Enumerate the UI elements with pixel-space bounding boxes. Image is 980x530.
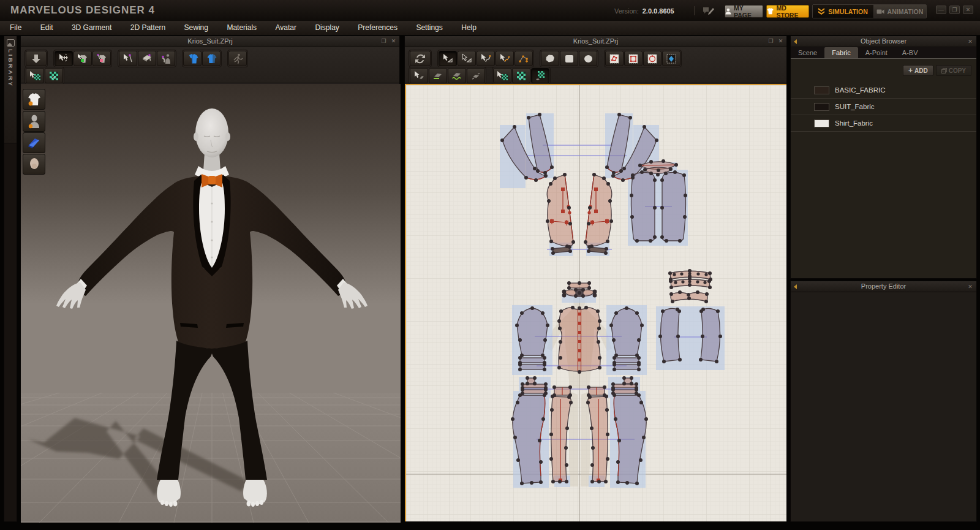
menu-bar: File Edit 3D Garment 2D Pattern Sewing M… bbox=[0, 21, 980, 36]
select-garment-solid-icon[interactable] bbox=[74, 51, 92, 66]
window-controls: — ❐ ✕ bbox=[936, 6, 973, 14]
panel-float-icon[interactable]: ❐ bbox=[380, 38, 387, 45]
select-texture-icon[interactable] bbox=[493, 68, 511, 83]
fabric-row[interactable]: SUIT_Fabric bbox=[791, 99, 976, 115]
menu-sewing[interactable]: Sewing bbox=[176, 21, 216, 35]
fabric-list: BASIC_FABRIC SUIT_Fabric Shirt_Fabric bbox=[791, 82, 976, 132]
garment-halffit-icon[interactable] bbox=[202, 51, 221, 66]
md-store-button[interactable]: MD STORE bbox=[766, 5, 809, 18]
simulation-label: SIMULATION bbox=[828, 8, 868, 15]
panel-close-icon[interactable]: ✕ bbox=[967, 39, 973, 45]
property-editor-body bbox=[791, 292, 976, 521]
fabric-row[interactable]: BASIC_FABRIC bbox=[791, 82, 976, 99]
fabric-swatch bbox=[814, 103, 829, 111]
object-browser-panel: Object Browser ✕ Scene Fabric A-Point A-… bbox=[790, 36, 977, 279]
edit-curve-point-icon[interactable] bbox=[496, 51, 514, 66]
menu-help[interactable]: Help bbox=[453, 21, 484, 35]
rectangle-icon[interactable] bbox=[560, 51, 578, 66]
mode-toggle: SIMULATION ANIMATION bbox=[812, 4, 927, 18]
pattern-texture-icon[interactable]: PF bbox=[512, 68, 530, 83]
viewport-3d-title: Krios_Suit.ZPrj bbox=[187, 37, 232, 45]
internal-polygon-icon[interactable] bbox=[605, 51, 624, 66]
my-page-button[interactable]: MY PAGE bbox=[725, 5, 763, 18]
internal-circle-icon[interactable] bbox=[643, 51, 662, 66]
viewport-2d-title: Krios_Suit.ZPrj bbox=[573, 37, 618, 45]
add-button[interactable]: +ADD bbox=[903, 65, 933, 76]
tab-a-point[interactable]: A-Point bbox=[858, 47, 895, 58]
add-point-icon[interactable] bbox=[514, 51, 533, 66]
object-browser-title: Object Browser bbox=[861, 37, 907, 45]
fabric-row[interactable]: Shirt_Fabric bbox=[791, 115, 976, 132]
menu-preferences[interactable]: Preferences bbox=[350, 21, 405, 35]
restore-button[interactable]: ❐ bbox=[949, 6, 960, 14]
menu-2d-pattern[interactable]: 2D Pattern bbox=[123, 21, 173, 35]
tab-scene[interactable]: Scene bbox=[791, 47, 824, 58]
property-editor-header: Property Editor ✕ bbox=[791, 281, 976, 292]
pin-select-icon[interactable] bbox=[119, 51, 137, 66]
copy-button[interactable]: COPY bbox=[936, 65, 971, 76]
viewport-3d[interactable] bbox=[21, 84, 399, 521]
panel-close-icon[interactable]: ✕ bbox=[390, 38, 397, 45]
close-button[interactable]: ✕ bbox=[963, 6, 973, 14]
animation-label: ANIMATION bbox=[888, 8, 924, 15]
fabric-roll-thumb[interactable] bbox=[23, 132, 45, 153]
pin-fabric-icon[interactable] bbox=[138, 51, 156, 66]
panel-close-icon[interactable]: ✕ bbox=[967, 284, 973, 290]
pin-avatar-icon[interactable] bbox=[157, 51, 175, 66]
fabric-name: SUIT_Fabric bbox=[835, 103, 875, 110]
user-icon bbox=[725, 8, 731, 15]
avatar-bust-thumb[interactable] bbox=[23, 111, 45, 132]
pose-run-icon[interactable] bbox=[228, 51, 247, 66]
edit-pattern-icon[interactable] bbox=[458, 51, 476, 66]
circle-icon[interactable] bbox=[579, 51, 597, 66]
avatar-head-thumb[interactable] bbox=[23, 154, 45, 175]
menu-file[interactable]: File bbox=[2, 21, 29, 35]
feedback-pencil-icon[interactable] bbox=[701, 6, 715, 17]
download-icon[interactable] bbox=[26, 51, 47, 66]
library-tab[interactable]: LIBRARY bbox=[4, 36, 17, 143]
detach-sewing-icon[interactable] bbox=[467, 68, 485, 83]
object-browser-header: Object Browser ✕ bbox=[791, 36, 976, 47]
animation-button[interactable]: ANIMATION bbox=[873, 5, 926, 18]
garment-fit-icon[interactable] bbox=[183, 51, 202, 66]
menu-materials[interactable]: Materials bbox=[219, 21, 265, 35]
camera-icon bbox=[876, 9, 884, 15]
svg-text:PF: PF bbox=[51, 76, 56, 80]
select-texture-icon[interactable] bbox=[26, 68, 44, 83]
tab-fabric[interactable]: Fabric bbox=[824, 47, 858, 58]
segment-sewing-icon[interactable] bbox=[429, 68, 447, 83]
panel-close-icon[interactable]: ✕ bbox=[777, 38, 784, 45]
panel-arrow-icon[interactable] bbox=[794, 39, 799, 44]
select-move-icon[interactable] bbox=[55, 51, 73, 66]
menu-avatar[interactable]: Avatar bbox=[268, 21, 304, 35]
select-garment-mesh-icon[interactable] bbox=[92, 51, 111, 66]
shirt-icon bbox=[767, 8, 774, 15]
minimize-button[interactable]: — bbox=[936, 6, 946, 14]
simulation-button[interactable]: SIMULATION bbox=[813, 5, 873, 18]
free-sewing-icon[interactable] bbox=[448, 68, 466, 83]
polygon-icon[interactable] bbox=[541, 51, 559, 66]
library-panel: LIBRARY bbox=[4, 36, 17, 522]
panel-float-icon[interactable]: ❐ bbox=[767, 38, 774, 45]
transform-pattern-icon[interactable] bbox=[439, 51, 457, 66]
viewport-2d[interactable] bbox=[405, 84, 786, 521]
menu-settings[interactable]: Settings bbox=[408, 21, 450, 35]
panel-arrow-icon[interactable] bbox=[794, 284, 799, 289]
viewport-2d-titlebar: Krios_Suit.ZPrj ❐✕ bbox=[405, 36, 786, 47]
texture-edit-icon[interactable] bbox=[531, 68, 549, 83]
title-bar: MARVELOUS DESIGNER 4 Version:2.0.0.8605 … bbox=[0, 0, 980, 21]
internal-rectangle-icon[interactable] bbox=[624, 51, 643, 66]
edit-sewing-icon[interactable] bbox=[410, 68, 428, 83]
garment-shirt-thumb[interactable] bbox=[23, 89, 45, 110]
menu-edit[interactable]: Edit bbox=[32, 21, 61, 35]
right-sidebar: Object Browser ✕ Scene Fabric A-Point A-… bbox=[790, 36, 977, 522]
toolbar-2d: PF bbox=[405, 47, 786, 83]
pattern-texture-icon[interactable]: PF bbox=[45, 68, 63, 83]
sync-panels-icon[interactable] bbox=[410, 51, 431, 66]
dart-icon[interactable] bbox=[662, 51, 680, 66]
menu-display[interactable]: Display bbox=[307, 21, 347, 35]
tab-a-bv[interactable]: A-BV bbox=[895, 47, 925, 58]
menu-3d-garment[interactable]: 3D Garment bbox=[64, 21, 119, 35]
edit-curve-icon[interactable] bbox=[477, 51, 495, 66]
object-browser-body: +ADD COPY BASIC_FABRIC SUIT_Fabric Shirt… bbox=[791, 59, 976, 278]
